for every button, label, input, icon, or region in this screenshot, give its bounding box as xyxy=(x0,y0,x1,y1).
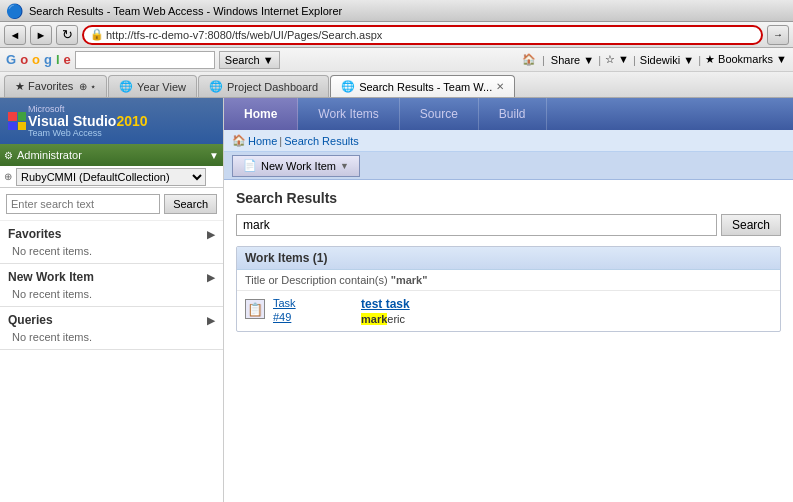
vs-text: Visual Studio xyxy=(28,113,116,129)
queries-chevron: ▶ xyxy=(207,315,215,326)
results-description: Title or Description contain(s) "mark" xyxy=(237,270,780,291)
project-selector[interactable]: RubyCMMI (DefaultCollection) xyxy=(16,168,206,186)
new-work-item-header[interactable]: New Work Item ▶ xyxy=(8,270,215,284)
tab-home-label: Home xyxy=(244,107,277,121)
queries-header[interactable]: Queries ▶ xyxy=(8,313,215,327)
go-button[interactable]: → xyxy=(767,25,789,45)
user-dropdown-arrow[interactable]: ▼ xyxy=(209,150,219,161)
new-work-item-dropdown-arrow[interactable]: ▼ xyxy=(340,161,349,171)
tools-button[interactable]: ☆ ▼ xyxy=(605,53,629,66)
user-bar: ⚙ Administrator ▼ xyxy=(0,144,223,166)
favorites-title: Favorites xyxy=(8,227,61,241)
tab-search-results[interactable]: 🌐 Search Results - Team W... ✕ xyxy=(330,75,515,97)
user-icon: ⚙ xyxy=(4,150,13,161)
browser-title-bar: 🔵 Search Results - Team Web Access - Win… xyxy=(0,0,793,22)
sidebar-section-favorites: Favorites ▶ No recent items. xyxy=(0,221,223,264)
work-item-subtitle: markeric xyxy=(361,313,410,325)
bookmarks-button[interactable]: ★ Bookmarks ▼ xyxy=(705,53,787,66)
google-search-button[interactable]: Search ▼ xyxy=(219,51,280,69)
favorites-chevron: ▶ xyxy=(207,229,215,240)
new-work-item-content: No recent items. xyxy=(8,288,215,300)
back-button[interactable]: ◄ xyxy=(4,25,26,45)
browser-tabs-bar: ★ Favorites ⊕ ⋆ 🌐 Year View 🌐 Project Da… xyxy=(0,72,793,98)
google-logo-g2: g xyxy=(44,52,52,67)
tab-close-button[interactable]: ✕ xyxy=(496,81,504,92)
sidebar: Microsoft Visual Studio2010 Team Web Acc… xyxy=(0,98,224,502)
sidebar-section-new-work-item: New Work Item ▶ No recent items. xyxy=(0,264,223,307)
breadcrumb-home-link[interactable]: Home xyxy=(248,135,277,147)
address-icon: 🔒 xyxy=(90,28,104,41)
user-name: Administrator xyxy=(17,149,82,161)
sidebar-search-button[interactable]: Search xyxy=(164,194,217,214)
main-content: Home Work Items Source Build 🏠 Home | Se… xyxy=(224,98,793,502)
google-logo: G xyxy=(6,52,16,67)
google-logo-o2: o xyxy=(32,52,40,67)
address-bar: 🔒 xyxy=(82,25,763,45)
results-section: Work Items (1) Title or Description cont… xyxy=(236,246,781,332)
breadcrumb-sep: | xyxy=(279,135,282,147)
tab-favorites-icons: ⊕ ⋆ xyxy=(79,81,96,92)
google-toolbar: G o o g l e Search ▼ 🏠 | Share ▼ | ☆ ▼ |… xyxy=(0,48,793,72)
main-search-button[interactable]: Search xyxy=(721,214,781,236)
tab-favorites[interactable]: ★ Favorites ⊕ ⋆ xyxy=(4,75,107,97)
sidebar-search-input[interactable] xyxy=(6,194,160,214)
new-work-item-chevron: ▶ xyxy=(207,272,215,283)
highlight-mark: mark xyxy=(361,313,387,325)
browser-icon: 🔵 xyxy=(6,3,23,19)
tab-work-items[interactable]: Work Items xyxy=(298,98,399,130)
refresh-button[interactable]: ↻ xyxy=(56,25,78,45)
tab-project-label: Project Dashboard xyxy=(227,81,318,93)
google-search-input[interactable] xyxy=(75,51,215,69)
top-nav: Home Work Items Source Build xyxy=(224,98,793,130)
results-desc-prefix: Title or Description contain(s) xyxy=(245,274,391,286)
tab-year-view[interactable]: 🌐 Year View xyxy=(108,75,197,97)
sidewiki-button[interactable]: Sidewiki ▼ xyxy=(640,54,694,66)
task-icon: 📋 xyxy=(247,302,263,317)
google-logo-o: o xyxy=(20,52,28,67)
favorites-header[interactable]: Favorites ▶ xyxy=(8,227,215,241)
vs-logo: Visual Studio2010 xyxy=(28,114,148,128)
share-button[interactable]: Share ▼ xyxy=(551,54,594,66)
address-input[interactable] xyxy=(106,29,755,41)
tab-year-view-label: Year View xyxy=(137,81,186,93)
work-item-title[interactable]: test task xyxy=(361,297,410,311)
sidebar-search-area: Search xyxy=(0,188,223,221)
tab-build[interactable]: Build xyxy=(479,98,547,130)
tab-source[interactable]: Source xyxy=(400,98,479,130)
forward-button[interactable]: ► xyxy=(30,25,52,45)
breadcrumb: 🏠 Home | Search Results xyxy=(224,130,793,152)
action-bar: 📄 New Work Item ▼ xyxy=(224,152,793,180)
new-work-item-title: New Work Item xyxy=(8,270,94,284)
work-item-meta: Task #49 xyxy=(273,297,353,323)
home-icon[interactable]: 🏠 xyxy=(522,53,536,66)
google-logo-l: l xyxy=(56,52,60,67)
sidebar-logo-area: Microsoft Visual Studio2010 Team Web Acc… xyxy=(0,98,223,144)
tab-year-view-icon: 🌐 xyxy=(119,80,133,93)
tab-home[interactable]: Home xyxy=(224,98,298,130)
app-container: Microsoft Visual Studio2010 Team Web Acc… xyxy=(0,98,793,502)
tab-build-label: Build xyxy=(499,107,526,121)
table-row: 📋 Task #49 test task markeric xyxy=(237,291,780,331)
results-section-header: Work Items (1) xyxy=(237,247,780,270)
new-work-item-label: New Work Item xyxy=(261,160,336,172)
breadcrumb-search-results-link[interactable]: Search Results xyxy=(284,135,359,147)
queries-content: No recent items. xyxy=(8,331,215,343)
tab-work-items-label: Work Items xyxy=(318,107,378,121)
tab-search-icon: 🌐 xyxy=(341,80,355,93)
new-work-item-icon: 📄 xyxy=(243,159,257,172)
work-item-icon: 📋 xyxy=(245,299,265,319)
project-icon: ⊕ xyxy=(4,171,12,182)
tab-favorites-label: ★ Favorites xyxy=(15,80,73,93)
work-item-type[interactable]: Task xyxy=(273,297,353,309)
browser-nav-bar: ◄ ► ↻ 🔒 → xyxy=(0,22,793,48)
subtitle-rest: eric xyxy=(387,313,405,325)
tab-project-dashboard[interactable]: 🌐 Project Dashboard xyxy=(198,75,329,97)
tab-project-icon: 🌐 xyxy=(209,80,223,93)
main-search-input[interactable] xyxy=(236,214,717,236)
sidebar-section-queries: Queries ▶ No recent items. xyxy=(0,307,223,350)
favorites-content: No recent items. xyxy=(8,245,215,257)
work-item-id[interactable]: #49 xyxy=(273,311,353,323)
google-logo-e: e xyxy=(64,52,71,67)
results-desc-query: "mark" xyxy=(391,274,428,286)
new-work-item-button[interactable]: 📄 New Work Item ▼ xyxy=(232,155,360,177)
